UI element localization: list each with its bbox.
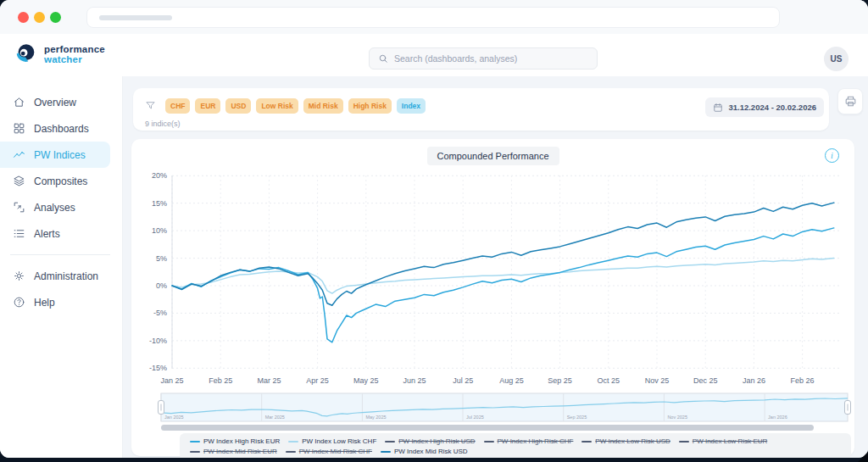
address-placeholder (99, 15, 172, 20)
svg-text:10%: 10% (152, 226, 167, 235)
user-avatar[interactable]: US (824, 47, 849, 71)
legend-item-pw-index-high-risk-eur[interactable]: PW Index High Risk EUR (190, 437, 280, 445)
svg-text:Nov 25: Nov 25 (645, 376, 670, 385)
filter-chip-low-risk[interactable]: Low Risk (256, 98, 298, 114)
window-zoom-button[interactable] (50, 12, 61, 23)
chart-card: Compounded Performance i 20%15%10%5%0%-5… (131, 139, 854, 456)
window-resize-handle[interactable] (858, 452, 868, 462)
logo-text-performance: performance (44, 44, 105, 54)
svg-text:-10%: -10% (149, 337, 167, 345)
printer-icon (844, 95, 857, 108)
filter-funnel-icon[interactable] (145, 100, 156, 111)
browser-titlebar (0, 0, 868, 35)
sidebar-item-composites[interactable]: Composites (0, 168, 110, 194)
svg-text:20%: 20% (152, 171, 167, 180)
legend-series-dash (679, 441, 689, 443)
sidebar-nav: OverviewDashboardsPW IndicesCompositesAn… (0, 76, 123, 458)
window-minimize-button[interactable] (34, 12, 45, 23)
svg-text:Aug 25: Aug 25 (499, 376, 524, 385)
gear-icon (13, 270, 25, 282)
home-icon (13, 96, 25, 109)
legend-series-label: PW Index High Risk USD (398, 437, 475, 445)
legend-item-pw-index-mid-risk-usd[interactable]: PW Index Mid Risk USD (381, 448, 468, 455)
help-circle-icon (13, 296, 25, 309)
print-button[interactable] (837, 88, 863, 114)
filter-chip-mid-risk[interactable]: Mid Risk (303, 98, 343, 114)
legend-series-label: PW Index Mid Risk EUR (203, 448, 277, 455)
browser-window: performance watcher Search (dashboards, … (0, 0, 868, 458)
svg-text:Jun 25: Jun 25 (403, 376, 426, 385)
search-icon (378, 53, 388, 64)
legend-item-pw-index-low-risk-usd[interactable]: PW Index Low Risk USD (581, 437, 670, 445)
sidebar-divider (10, 254, 110, 255)
svg-text:Oct 25: Oct 25 (598, 376, 620, 385)
legend-series-dash (190, 451, 200, 453)
sidebar-item-label: Analyses (34, 202, 75, 214)
date-range-picker[interactable]: 31.12.2024 - 20.02.2026 (705, 97, 824, 117)
legend-series-dash (581, 441, 592, 443)
desktop-background: performance watcher Search (dashboards, … (0, 0, 868, 462)
chart-navigator[interactable] (161, 393, 848, 421)
app-logo[interactable]: performance watcher (13, 42, 105, 67)
svg-text:Mar 25: Mar 25 (257, 376, 281, 385)
sidebar-item-label: Overview (34, 97, 76, 109)
address-bar[interactable] (86, 7, 780, 28)
svg-text:5%: 5% (156, 254, 167, 263)
filter-chips: CHFEURUSDLow RiskMid RiskHigh RiskIndex (165, 98, 426, 114)
filter-chip-eur[interactable]: EUR (195, 98, 220, 114)
legend-series-label: PW Index High Risk CHF (498, 437, 574, 445)
performance-watcher-logo-icon (13, 42, 38, 67)
app-header: performance watcher Search (dashboards, … (0, 34, 868, 77)
filter-chip-index[interactable]: Index (397, 98, 426, 114)
chart-legend: PW Index High Risk EURPW Index Low Risk … (180, 433, 851, 458)
legend-series-dash (381, 451, 391, 453)
indices-chart-icon (13, 148, 25, 161)
sidebar-item-label: Alerts (34, 228, 60, 240)
sidebar-item-dashboards[interactable]: Dashboards (0, 115, 110, 142)
sidebar-item-administration[interactable]: Administration (0, 263, 110, 289)
sidebar-item-pw-indices[interactable]: PW Indices (0, 142, 110, 168)
legend-item-pw-index-mid-risk-eur[interactable]: PW Index Mid Risk EUR (190, 448, 277, 455)
sidebar-item-alerts[interactable]: Alerts (0, 220, 110, 247)
legend-item-pw-index-low-risk-eur[interactable]: PW Index Low Risk EUR (679, 437, 767, 445)
legend-series-dash (385, 441, 395, 443)
legend-series-label: PW Index Mid Risk USD (394, 448, 468, 455)
sidebar-item-label: Dashboards (34, 123, 89, 135)
svg-text:Sep 25: Sep 25 (548, 376, 572, 385)
chart-scrollbar[interactable] (161, 425, 814, 431)
filter-chip-high-risk[interactable]: High Risk (348, 98, 392, 114)
svg-text:May 25: May 25 (353, 376, 379, 385)
sidebar-item-label: Administration (34, 270, 98, 282)
window-close-button[interactable] (18, 12, 29, 23)
filter-chip-chf[interactable]: CHF (165, 98, 190, 114)
legend-item-pw-index-high-risk-chf[interactable]: PW Index High Risk CHF (484, 437, 574, 445)
legend-series-label: PW Index High Risk EUR (203, 437, 280, 445)
sidebar-item-analyses[interactable]: Analyses (0, 194, 110, 220)
svg-text:-15%: -15% (149, 364, 167, 372)
svg-text:Jan 25: Jan 25 (160, 376, 183, 385)
legend-series-label: PW Index Mid Risk CHF (299, 448, 372, 455)
svg-text:Jul 25: Jul 25 (453, 376, 473, 385)
sidebar-item-overview[interactable]: Overview (0, 89, 110, 115)
sidebar-item-help[interactable]: Help (0, 289, 110, 315)
filter-bar: CHFEURUSDLow RiskMid RiskHigh RiskIndex … (133, 88, 829, 131)
svg-text:Feb 26: Feb 26 (791, 376, 815, 385)
sidebar-item-label: Help (34, 297, 55, 309)
legend-series-dash (288, 441, 298, 443)
legend-item-pw-index-mid-risk-chf[interactable]: PW Index Mid Risk CHF (286, 448, 372, 455)
legend-series-label: PW Index Low Risk USD (595, 437, 670, 445)
legend-series-dash (286, 451, 296, 453)
date-range-value: 31.12.2024 - 20.02.2026 (728, 103, 816, 112)
logo-text-watcher: watcher (44, 54, 105, 64)
legend-series-label: PW Index Low Risk CHF (302, 437, 376, 445)
expand-arrows-icon (13, 201, 25, 214)
global-search-input[interactable]: Search (dashboards, analyses) (369, 47, 598, 70)
svg-text:0%: 0% (156, 281, 167, 290)
dashboard-grid-icon (13, 122, 25, 135)
legend-item-pw-index-high-risk-usd[interactable]: PW Index High Risk USD (385, 437, 475, 445)
layers-icon (13, 175, 25, 187)
legend-item-pw-index-low-risk-chf[interactable]: PW Index Low Risk CHF (288, 437, 376, 445)
filter-chip-usd[interactable]: USD (225, 98, 251, 114)
svg-text:-5%: -5% (153, 309, 167, 317)
sidebar-item-label: PW Indices (34, 149, 86, 161)
